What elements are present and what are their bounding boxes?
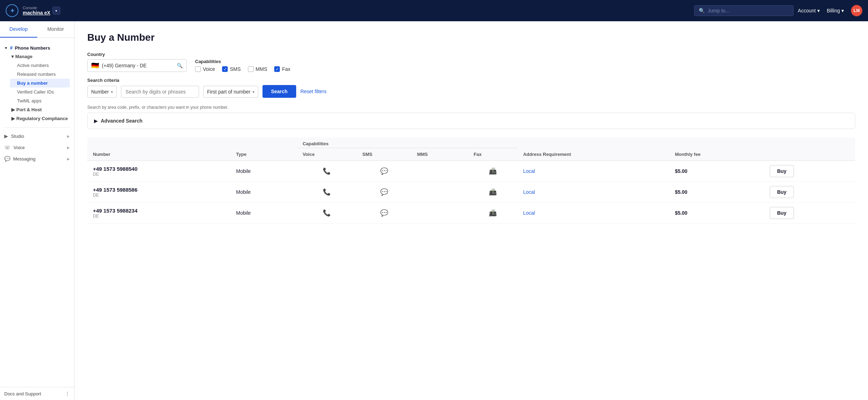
chevron-right-icon: ▶ <box>67 146 70 150</box>
chevron-right-icon: ▶ <box>11 116 15 121</box>
sms-cap-icon: 💬 <box>380 168 388 175</box>
number-type-select[interactable]: Number ▾ <box>87 86 117 98</box>
search-hint: Search by area code, prefix, or characte… <box>87 105 855 110</box>
mms-label: MMS <box>256 66 267 72</box>
th-voice: Voice <box>297 148 356 161</box>
sidebar-item-studio[interactable]: ▶ Studio ▶ <box>0 130 74 142</box>
cell-fax: 📠 <box>468 182 517 203</box>
search-criteria-label: Search criteria <box>87 78 855 83</box>
account-link[interactable]: Account ▾ <box>798 8 820 13</box>
sms-cap-icon: 💬 <box>380 209 388 216</box>
sidebar-item-buy-number[interactable]: Buy a number <box>10 79 70 88</box>
cell-monthly-fee: $5.00 <box>669 161 764 182</box>
country-capabilities-row: Country 🇩🇪 (+49) Germany - DE 🔍 Capabili… <box>87 52 855 72</box>
cell-buy-action: Buy <box>764 203 855 224</box>
billing-link[interactable]: Billing ▾ <box>827 8 844 13</box>
search-digits-input[interactable] <box>121 86 199 98</box>
chevron-right-icon: ▶ <box>11 107 15 112</box>
chevron-down-icon: ▾ <box>11 54 14 59</box>
search-criteria-row: Number ▾ First part of number ▾ Search R… <box>87 85 855 98</box>
topnav-right: Account ▾ Billing ▾ LM <box>798 5 862 16</box>
search-icon[interactable]: 🔍 <box>177 63 183 68</box>
sidebar-item-active-numbers[interactable]: Active numbers <box>10 61 70 70</box>
studio-icon: ▶ <box>4 133 8 139</box>
sidebar-item-messaging[interactable]: 💬 Messaging ▶ <box>0 153 74 164</box>
sidebar-item-voice[interactable]: ☏ Voice ▶ <box>0 142 74 153</box>
regulatory-header[interactable]: ▶ Regulatory Compliance <box>10 114 70 123</box>
cell-address-req: Local <box>518 182 669 203</box>
voice-cap-icon: 📞 <box>323 168 331 175</box>
cell-fax: 📠 <box>468 161 517 182</box>
sms-checkbox[interactable] <box>222 66 228 72</box>
sidebar-item-verified-caller-ids[interactable]: Verified Caller IDs <box>10 88 70 96</box>
th-type: Type <box>231 137 297 161</box>
port-host-header[interactable]: ▶ Port & Host <box>10 105 70 114</box>
table-body: +49 1573 5988540 DE Mobile 📞 💬 📠 Local $… <box>87 161 855 224</box>
mms-checkbox[interactable] <box>248 66 254 72</box>
table-row: +49 1573 5988540 DE Mobile 📞 💬 📠 Local $… <box>87 161 855 182</box>
tab-monitor[interactable]: Monitor <box>37 21 74 38</box>
capabilities-group: Capabilities Voice SMS MMS <box>195 59 291 72</box>
buy-button[interactable]: Buy <box>770 186 794 198</box>
reset-filters-button[interactable]: Reset filters <box>300 85 327 98</box>
cap-fax: Fax <box>274 66 290 72</box>
search-criteria-group: Search criteria Number ▾ First part of n… <box>87 78 855 110</box>
cell-monthly-fee: $5.00 <box>669 203 764 224</box>
th-fax: Fax <box>468 148 517 161</box>
brand-dropdown-button[interactable]: ▾ <box>52 7 60 15</box>
cell-voice: 📞 <box>297 182 356 203</box>
phone-number: +49 1573 5988586 <box>93 187 225 193</box>
sidebar-item-released-numbers[interactable]: Released numbers <box>10 70 70 79</box>
manage-header[interactable]: ▾ Manage <box>10 52 70 61</box>
cell-buy-action: Buy <box>764 182 855 203</box>
th-buy-action <box>764 137 855 161</box>
cell-fax: 📠 <box>468 203 517 224</box>
advanced-search-label: Advanced Search <box>101 118 143 124</box>
voice-checkbox[interactable] <box>195 66 201 72</box>
cell-sms: 💬 <box>357 182 411 203</box>
phone-number: +49 1573 5988540 <box>93 166 225 172</box>
fax-checkbox[interactable] <box>274 66 280 72</box>
phone-country: DE <box>93 172 225 177</box>
capabilities-label: Capabilities <box>195 59 291 64</box>
avatar[interactable]: LM <box>851 5 862 16</box>
country-group: Country 🇩🇪 (+49) Germany - DE 🔍 <box>87 52 187 72</box>
match-to-select[interactable]: First part of number ▾ <box>203 86 258 98</box>
phone-numbers-header[interactable]: ▼ # Phone Numbers <box>4 44 70 52</box>
cell-sms: 💬 <box>357 161 411 182</box>
chevron-down-icon: ▾ <box>111 90 113 94</box>
phone-numbers-sub: ▾ Manage Active numbers Released numbers… <box>4 52 70 123</box>
sidebar-item-twiml-apps[interactable]: TwiML apps <box>10 96 70 105</box>
sms-cap-icon: 💬 <box>380 188 388 196</box>
cell-voice: 📞 <box>297 203 356 224</box>
country-selector[interactable]: 🇩🇪 (+49) Germany - DE 🔍 <box>87 59 187 72</box>
cap-sms: SMS <box>222 66 241 72</box>
cell-number: +49 1573 5988540 DE <box>87 161 231 182</box>
main-content: Buy a Number Country 🇩🇪 (+49) Germany - … <box>74 21 868 400</box>
cell-address-req: Local <box>518 161 669 182</box>
sidebar: Develop Monitor ▼ # Phone Numbers ▾ Mana… <box>0 21 74 400</box>
table-row: +49 1573 5988586 DE Mobile 📞 💬 📠 Local $… <box>87 182 855 203</box>
buy-button[interactable]: Buy <box>770 165 794 177</box>
cell-mms <box>411 203 468 224</box>
sidebar-footer: Docs and Support ⋮ <box>0 387 74 400</box>
country-flag-icon: 🇩🇪 <box>91 62 99 69</box>
cap-mms: MMS <box>248 66 267 72</box>
docs-support-link[interactable]: Docs and Support <box>4 391 41 396</box>
search-input[interactable] <box>708 8 789 13</box>
buy-button[interactable]: Buy <box>770 207 794 219</box>
tab-develop[interactable]: Develop <box>0 21 37 38</box>
message-icon: 💬 <box>4 156 10 162</box>
number-type-value: Number <box>91 89 109 95</box>
more-options-icon[interactable]: ⋮ <box>65 391 70 396</box>
match-to-value: First part of number <box>207 89 250 95</box>
th-number: Number <box>87 137 231 161</box>
search-button[interactable]: Search <box>262 85 296 98</box>
th-mms: MMS <box>411 148 468 161</box>
cell-voice: 📞 <box>297 161 356 182</box>
fax-cap-icon: 📠 <box>489 209 497 216</box>
cell-type: Mobile <box>231 182 297 203</box>
advanced-search-toggle[interactable]: ▶ Advanced Search <box>87 113 855 129</box>
global-search[interactable]: 🔍 <box>694 5 794 16</box>
console-label: Console <box>23 6 50 10</box>
